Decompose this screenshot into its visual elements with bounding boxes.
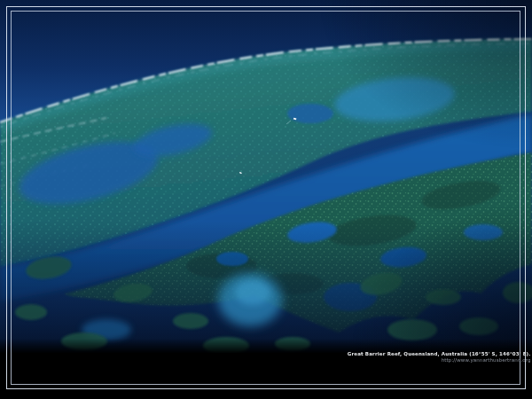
caption-title: Great Barrier Reef, Queensland, Australi… (347, 351, 530, 357)
wallpaper: Great Barrier Reef, Queensland, Australi… (0, 0, 532, 399)
photo-caption: Great Barrier Reef, Queensland, Australi… (347, 351, 530, 364)
reef-photo (0, 0, 532, 353)
caption-url: http://www.yannarthusbertrand.org (347, 357, 530, 364)
reef-aerial-photo-graphic (0, 0, 532, 353)
